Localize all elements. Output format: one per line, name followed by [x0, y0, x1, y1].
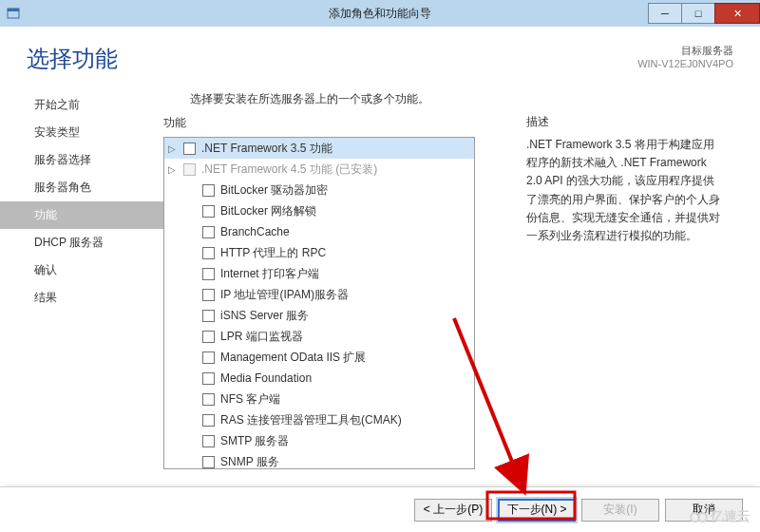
maximize-button[interactable]: □: [681, 3, 715, 24]
sidebar-item-4[interactable]: 功能: [0, 201, 163, 229]
feature-label: HTTP 代理上的 RPC: [220, 245, 326, 261]
feature-checkbox[interactable]: [202, 310, 215, 322]
feature-checkbox[interactable]: [202, 372, 215, 385]
feature-row[interactable]: iSNS Server 服务: [164, 305, 474, 326]
wizard-sidebar: 开始之前安装类型服务器选择服务器角色功能DHCP 服务器确认结果: [0, 82, 163, 469]
page-title: 选择功能: [27, 44, 637, 74]
target-server-name: WIN-V12EJ0NV4PO: [637, 58, 733, 69]
feature-checkbox[interactable]: [202, 435, 215, 447]
feature-label: .NET Framework 3.5 功能: [201, 141, 332, 157]
feature-label: RAS 连接管理器管理工具包(CMAK): [220, 412, 402, 428]
feature-row[interactable]: Internet 打印客户端: [164, 263, 474, 284]
install-button: 安装(I): [581, 499, 659, 522]
previous-button[interactable]: < 上一步(P): [414, 499, 492, 522]
feature-checkbox: [183, 163, 196, 176]
feature-label: BranchCache: [220, 225, 290, 238]
window-title: 添加角色和功能向导: [0, 6, 760, 22]
next-button[interactable]: 下一步(N) >: [498, 499, 576, 522]
titlebar: 添加角色和功能向导 ─ □ ✕: [0, 0, 760, 27]
sidebar-item-1[interactable]: 安装类型: [0, 119, 163, 146]
feature-row[interactable]: LPR 端口监视器: [164, 326, 474, 347]
feature-label: LPR 端口监视器: [220, 329, 303, 345]
feature-label: IP 地址管理(IPAM)服务器: [220, 287, 349, 303]
feature-row[interactable]: BitLocker 网络解锁: [164, 200, 474, 221]
feature-checkbox[interactable]: [202, 352, 215, 364]
feature-row[interactable]: Media Foundation: [164, 368, 474, 389]
feature-row[interactable]: SNMP 服务: [164, 451, 474, 468]
sidebar-item-2[interactable]: 服务器选择: [0, 146, 163, 174]
feature-label: SMTP 服务器: [220, 433, 289, 449]
feature-row: ▷.NET Framework 4.5 功能 (已安装): [164, 159, 474, 180]
sidebar-item-6[interactable]: 确认: [0, 256, 163, 284]
feature-checkbox[interactable]: [202, 289, 215, 301]
feature-label: BitLocker 网络解锁: [220, 203, 316, 219]
intro-text: 选择要安装在所选服务器上的一个或多个功能。: [190, 91, 504, 107]
expander-icon[interactable]: ▷: [168, 143, 178, 154]
wizard-footer: < 上一步(P) 下一步(N) > 安装(I) 取消: [0, 486, 760, 532]
feature-label: Management OData IIS 扩展: [220, 350, 366, 366]
feature-checkbox[interactable]: [202, 414, 215, 427]
expander-icon[interactable]: ▷: [168, 164, 178, 175]
feature-checkbox[interactable]: [202, 393, 215, 406]
feature-row[interactable]: SMTP 服务器: [164, 430, 474, 451]
feature-label: SNMP 服务: [220, 454, 279, 469]
feature-checkbox[interactable]: [202, 184, 215, 197]
feature-row[interactable]: NFS 客户端: [164, 389, 474, 409]
feature-checkbox[interactable]: [202, 205, 215, 218]
features-label: 功能: [163, 115, 504, 131]
feature-row[interactable]: BitLocker 驱动器加密: [164, 180, 474, 200]
sidebar-item-7[interactable]: 结果: [0, 284, 163, 312]
feature-label: .NET Framework 4.5 功能 (已安装): [201, 162, 377, 178]
target-server-info: 目标服务器 WIN-V12EJ0NV4PO: [637, 44, 733, 74]
feature-checkbox[interactable]: [202, 456, 215, 468]
close-button[interactable]: ✕: [714, 3, 760, 24]
feature-checkbox[interactable]: [202, 247, 215, 259]
feature-row[interactable]: HTTP 代理上的 RPC: [164, 242, 474, 263]
minimize-button[interactable]: ─: [648, 3, 682, 24]
feature-label: Internet 打印客户端: [220, 266, 319, 282]
sidebar-item-3[interactable]: 服务器角色: [0, 174, 163, 201]
feature-checkbox[interactable]: [183, 142, 196, 155]
description-text: .NET Framework 3.5 将用于构建应用程序的新技术融入 .NET …: [526, 136, 722, 245]
description-label: 描述: [526, 114, 722, 130]
feature-label: iSNS Server 服务: [220, 308, 309, 324]
feature-row[interactable]: ▷.NET Framework 3.5 功能: [164, 138, 474, 159]
feature-row[interactable]: RAS 连接管理器管理工具包(CMAK): [164, 409, 474, 430]
sidebar-item-0[interactable]: 开始之前: [0, 91, 163, 119]
feature-checkbox[interactable]: [202, 268, 215, 280]
window-controls: ─ □ ✕: [649, 3, 760, 24]
feature-label: BitLocker 驱动器加密: [220, 182, 328, 199]
feature-row[interactable]: IP 地址管理(IPAM)服务器: [164, 284, 474, 305]
feature-checkbox[interactable]: [202, 331, 215, 343]
watermark: 亿速云: [690, 508, 750, 525]
features-listbox[interactable]: ▷.NET Framework 3.5 功能▷.NET Framework 4.…: [163, 137, 475, 469]
sidebar-item-5[interactable]: DHCP 服务器: [0, 229, 163, 256]
target-label: 目标服务器: [637, 44, 733, 58]
feature-row[interactable]: BranchCache: [164, 221, 474, 242]
feature-label: NFS 客户端: [220, 391, 280, 408]
feature-label: Media Foundation: [220, 371, 312, 385]
feature-checkbox[interactable]: [202, 226, 215, 238]
feature-row[interactable]: Management OData IIS 扩展: [164, 347, 474, 368]
